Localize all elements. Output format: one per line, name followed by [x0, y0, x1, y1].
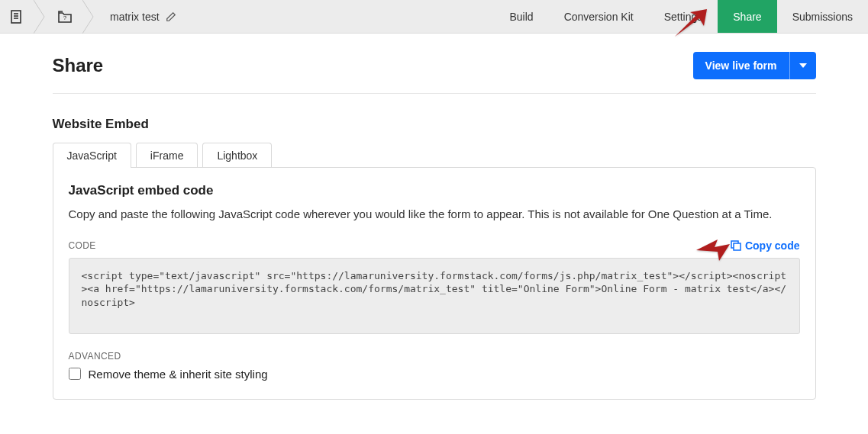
main-nav: Build Conversion Kit Settings Share Subm… [494, 0, 868, 33]
breadcrumb-home[interactable] [0, 0, 34, 34]
svg-rect-0 [11, 11, 21, 23]
document-icon [11, 10, 23, 24]
embed-panel-description: Copy and paste the following JavaScript … [69, 206, 800, 223]
nav-conversion-kit[interactable]: Conversion Kit [549, 0, 649, 33]
breadcrumb: ? matrix test [0, 0, 176, 33]
pencil-icon[interactable] [166, 11, 176, 22]
form-name-text: matrix test [110, 11, 160, 23]
page-content: Share View live form Website Embed JavaS… [53, 34, 816, 430]
page-header: Share View live form [53, 34, 816, 94]
top-bar: ? matrix test Build Conversion Kit Setti… [0, 0, 868, 34]
page-title: Share [53, 55, 104, 76]
remove-theme-checkbox[interactable] [69, 368, 81, 380]
remove-theme-label: Remove theme & inherit site styling [89, 368, 268, 381]
breadcrumb-separator [82, 0, 96, 34]
copy-code-link[interactable]: Copy code [731, 240, 800, 252]
nav-share[interactable]: Share [718, 0, 776, 33]
nav-submissions[interactable]: Submissions [777, 0, 868, 33]
embed-tabs: JavaScript iFrame Lightbox [53, 143, 816, 168]
nav-build[interactable]: Build [494, 0, 548, 33]
tab-lightbox[interactable]: Lightbox [202, 143, 272, 168]
breadcrumb-separator [34, 0, 47, 34]
advanced-option-row[interactable]: Remove theme & inherit site styling [69, 368, 800, 381]
nav-settings[interactable]: Settings [649, 0, 718, 33]
folder-question-icon: ? [58, 11, 72, 23]
caret-down-icon [799, 63, 807, 68]
view-live-group: View live form [693, 52, 816, 79]
code-textarea[interactable]: <script type="text/javascript" src="http… [69, 258, 800, 334]
embed-section-title: Website Embed [53, 117, 816, 132]
breadcrumb-folder[interactable]: ? [47, 0, 82, 34]
view-live-dropdown[interactable] [789, 52, 816, 79]
tab-javascript[interactable]: JavaScript [53, 143, 131, 168]
embed-panel-title: JavaScript embed code [69, 183, 800, 198]
tab-iframe[interactable]: iFrame [136, 143, 198, 168]
copy-icon [731, 240, 741, 251]
svg-text:?: ? [63, 14, 67, 21]
svg-rect-6 [734, 243, 741, 250]
code-label: CODE [69, 240, 96, 251]
embed-panel: JavaScript embed code Copy and paste the… [53, 167, 816, 400]
breadcrumb-form-name[interactable]: matrix test [96, 11, 176, 23]
copy-code-text: Copy code [745, 240, 800, 252]
view-live-button[interactable]: View live form [693, 52, 789, 79]
advanced-label: ADVANCED [69, 351, 800, 362]
